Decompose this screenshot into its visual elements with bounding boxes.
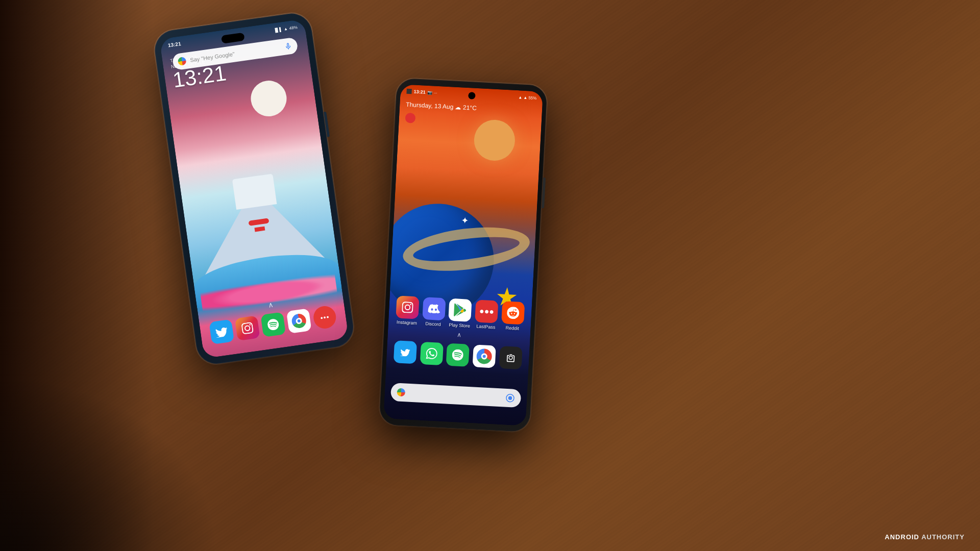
playstore-icon — [453, 303, 467, 317]
phone1-status-icons: ▐▌▌ ▲ 48% — [273, 24, 298, 32]
phone2: ✦ 13:21 📷 ··· ▲ ▲ 55% — [379, 78, 547, 433]
phone1-signal-icon: ▐▌▌ — [273, 27, 282, 33]
instagram-label: Instagram — [397, 319, 417, 325]
instagram-icon — [241, 321, 254, 334]
spotify-icon — [267, 318, 280, 331]
chrome-center — [296, 317, 303, 324]
camera-icon — [504, 353, 517, 363]
phone1-chrome-app[interactable] — [286, 308, 312, 334]
svg-point-1 — [508, 396, 512, 400]
phone2-screen: ✦ 13:21 📷 ··· ▲ ▲ 55% — [383, 84, 543, 426]
reddit-icon-container — [501, 301, 525, 324]
phone1-torii-gate — [243, 217, 280, 262]
phone1-wifi-icon: ▲ — [283, 26, 288, 31]
phone1-twitter-app[interactable] — [209, 319, 234, 344]
phone2-notification-icons: 📷 ··· — [427, 90, 437, 95]
discord-icon — [428, 304, 440, 314]
phone2-playstore[interactable]: Play Store — [448, 298, 472, 329]
shadow-bottom-left — [0, 347, 255, 551]
twitter-icon — [400, 348, 410, 357]
chrome-center-2 — [481, 353, 488, 360]
instagram-icon-container — [396, 295, 419, 319]
whatsapp-icon — [426, 347, 437, 359]
chrome-icon-2 — [476, 348, 493, 365]
google-logo — [178, 57, 187, 66]
more-dots-icon: ••• — [320, 312, 330, 321]
phone2-chrome-app[interactable] — [473, 344, 496, 368]
lastpass-icon: ●●● — [479, 307, 495, 316]
phone2-lastpass[interactable]: ●●● LastPass — [475, 299, 499, 330]
phone1-spotify-app[interactable] — [260, 312, 286, 337]
phone2-star: ✦ — [461, 215, 469, 227]
playstore-label: Play Store — [449, 322, 470, 329]
watermark-android: ANDROID — [885, 533, 919, 541]
reddit-icon — [507, 307, 520, 319]
phone2-signal-icon: ▲ — [518, 95, 522, 99]
spotify-icon — [452, 349, 464, 361]
playstore-icon-container — [449, 298, 472, 322]
phone2-body: ✦ 13:21 📷 ··· ▲ ▲ 55% — [379, 78, 547, 433]
android-authority-watermark: ANDROID AUTHORITY — [885, 533, 965, 541]
reddit-label: Reddit — [505, 325, 519, 331]
phone2-reddit[interactable]: Reddit — [501, 301, 525, 331]
phone2-discord[interactable]: Discord — [422, 297, 446, 327]
phone2-camera-app[interactable] — [499, 346, 523, 369]
phone2-spotify-app[interactable] — [446, 343, 470, 367]
phone1-mic-icon — [284, 42, 293, 51]
lastpass-label: LastPass — [476, 324, 496, 330]
phone2-twitter-app[interactable] — [394, 340, 417, 364]
phone1-instagram-app[interactable] — [235, 315, 260, 341]
phone2-status-icons: ▲ ▲ 55% — [518, 95, 536, 101]
phone2-search-empty — [409, 393, 502, 397]
phone2-app-drawer-arrow[interactable]: ∧ — [456, 331, 461, 338]
phone2-google-assistant-icon — [505, 393, 515, 403]
phone1-time: 13:21 — [167, 41, 181, 48]
lastpass-icon-container: ●●● — [475, 299, 498, 323]
discord-label: Discord — [425, 321, 441, 327]
google-logo-2 — [397, 388, 405, 397]
phone2-camera-indicator — [406, 89, 412, 94]
watermark-authority: AUTHORITY — [921, 533, 965, 541]
discord-icon-container — [422, 297, 446, 320]
phone1-more-apps[interactable]: ••• — [312, 305, 338, 330]
phone2-battery-text: 55% — [528, 95, 536, 101]
phone2-wifi-icon: ▲ — [523, 95, 527, 99]
chrome-icon — [291, 313, 307, 329]
twitter-icon — [214, 325, 228, 337]
phone2-instagram[interactable]: Instagram — [396, 295, 420, 325]
phone1-app-drawer-arrow[interactable]: ∧ — [267, 300, 274, 309]
phone2-time: 13:21 — [413, 89, 426, 94]
instagram-icon — [402, 302, 413, 313]
phone2-whatsapp-app[interactable] — [420, 342, 443, 365]
phone1-battery-text: 48% — [289, 24, 298, 30]
